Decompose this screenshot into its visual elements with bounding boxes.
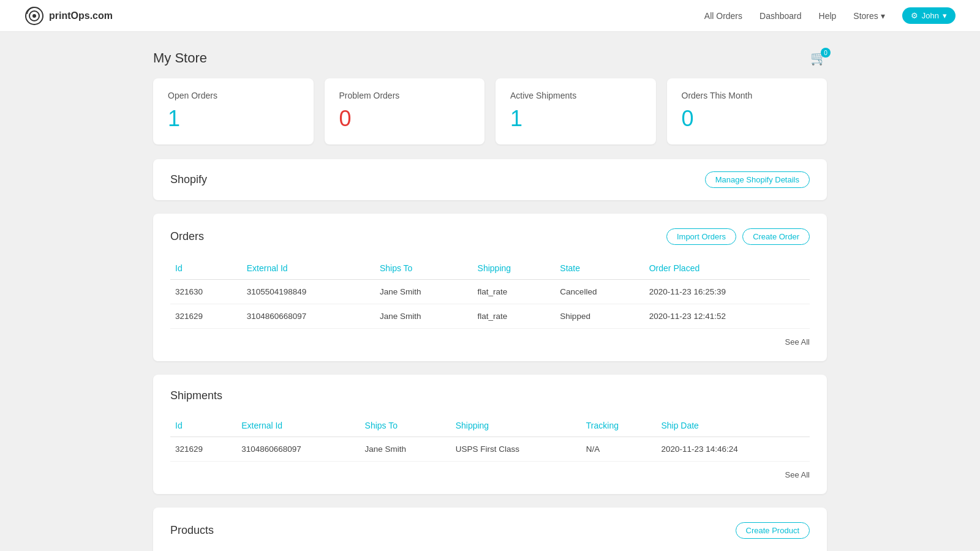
orders-see-all-link[interactable]: See All [170,337,810,347]
col-external-id: External Id [242,257,375,280]
table-row[interactable]: 321629 3104860668097 Jane Smith flat_rat… [170,304,810,329]
ship-col-ship-date: Ship Date [656,414,810,437]
order-ships-to: Jane Smith [375,304,473,329]
products-title: Products [170,524,214,537]
orders-table: Id External Id Ships To Shipping State O… [170,257,810,329]
ship-col-shipping: Shipping [451,414,581,437]
stores-dropdown-button[interactable]: Stores ▾ [853,11,884,21]
logo: printOps.com [24,6,113,26]
ship-col-external-id: External Id [236,414,360,437]
orders-title: Orders [170,230,204,243]
shipments-header: Shipments [170,389,810,402]
order-id: 321629 [170,304,242,329]
order-id: 321630 [170,280,242,304]
stat-label-orders-this-month: Orders This Month [682,91,813,100]
ship-col-id: Id [170,414,236,437]
logo-text: printOps.com [49,10,113,21]
products-section: Products Create Product SKU Product Name… [153,508,827,551]
order-state: Shipped [555,304,644,329]
shipments-table-header-row: Id External Id Ships To Shipping Trackin… [170,414,810,437]
order-placed: 2020-11-23 16:25:39 [644,280,810,304]
col-ships-to: Ships To [375,257,473,280]
page-header: My Store 🛒 0 [153,50,827,66]
order-ships-to: Jane Smith [375,280,473,304]
col-shipping: Shipping [473,257,556,280]
create-order-button[interactable]: Create Order [742,228,810,245]
products-header: Products Create Product [170,522,810,539]
user-menu-button[interactable]: ⚙ John ▾ [902,7,956,24]
orders-section: Orders Import Orders Create Order Id Ext… [153,214,827,361]
shipment-tracking: N/A [581,437,657,462]
svg-point-2 [32,14,36,18]
col-id: Id [170,257,242,280]
shipments-see-all-link[interactable]: See All [170,470,810,479]
user-chevron-icon: ▾ [943,11,947,20]
all-orders-link[interactable]: All Orders [704,11,742,21]
dashboard-link[interactable]: Dashboard [760,11,802,21]
shipment-external-id: 3104860668097 [236,437,360,462]
col-state: State [555,257,644,280]
stat-value-orders-this-month: 0 [682,108,813,130]
stat-value-open-orders: 1 [168,108,299,130]
ship-col-tracking: Tracking [581,414,657,437]
nav-links: All Orders Dashboard Help Stores ▾ ⚙ Joh… [704,7,956,24]
shipments-section: Shipments Id External Id Ships To Shippi… [153,375,827,494]
gear-icon: ⚙ [911,11,918,20]
table-row[interactable]: 321630 3105504198849 Jane Smith flat_rat… [170,280,810,304]
stat-label-open-orders: Open Orders [168,91,299,100]
shopify-title: Shopify [170,173,207,186]
import-orders-button[interactable]: Import Orders [666,228,736,245]
order-state: Cancelled [555,280,644,304]
cart-badge: 0 [821,48,831,58]
stat-card-problem-orders: Problem Orders 0 [325,78,485,144]
cart-button[interactable]: 🛒 0 [810,50,827,66]
stat-card-active-shipments: Active Shipments 1 [496,78,656,144]
manage-shopify-button[interactable]: Manage Shopify Details [705,171,810,188]
stat-cards: Open Orders 1 Problem Orders 0 Active Sh… [153,78,827,144]
orders-table-header-row: Id External Id Ships To Shipping State O… [170,257,810,280]
col-order-placed: Order Placed [644,257,810,280]
shipment-ships-to: Jane Smith [360,437,451,462]
order-shipping: flat_rate [473,280,556,304]
order-shipping: flat_rate [473,304,556,329]
help-link[interactable]: Help [819,11,837,21]
shipments-title: Shipments [170,389,222,402]
stat-card-orders-this-month: Orders This Month 0 [667,78,827,144]
shipment-shipping: USPS First Class [451,437,581,462]
stat-label-problem-orders: Problem Orders [339,91,470,100]
shipment-id: 321629 [170,437,236,462]
stat-label-active-shipments: Active Shipments [510,91,641,100]
order-external-id: 3104860668097 [242,304,375,329]
table-row[interactable]: 321629 3104860668097 Jane Smith USPS Fir… [170,437,810,462]
logo-icon [24,6,44,26]
stat-card-open-orders: Open Orders 1 [153,78,314,144]
stat-value-problem-orders: 0 [339,108,470,130]
page-title: My Store [153,50,207,66]
stat-value-active-shipments: 1 [510,108,641,130]
orders-actions: Import Orders Create Order [666,228,810,245]
order-external-id: 3105504198849 [242,280,375,304]
shopify-section: Shopify Manage Shopify Details [153,159,827,200]
order-placed: 2020-11-23 12:41:52 [644,304,810,329]
user-name: John [922,11,939,20]
create-product-button[interactable]: Create Product [736,522,810,539]
orders-header: Orders Import Orders Create Order [170,228,810,245]
shipment-ship-date: 2020-11-23 14:46:24 [656,437,810,462]
ship-col-ships-to: Ships To [360,414,451,437]
navbar: printOps.com All Orders Dashboard Help S… [0,0,980,32]
shipments-table: Id External Id Ships To Shipping Trackin… [170,414,810,462]
stores-chevron-icon: ▾ [881,11,885,21]
main-content: My Store 🛒 0 Open Orders 1 Problem Order… [141,32,839,551]
